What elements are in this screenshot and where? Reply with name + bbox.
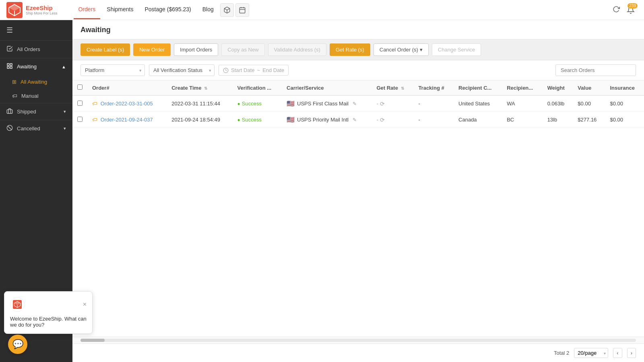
hamburger-icon[interactable]: ☰ — [0, 20, 72, 41]
verification-filter-wrap: All Verification Status — [149, 64, 215, 76]
verification-filter[interactable]: All Verification Status — [149, 64, 215, 76]
usps-icon: 🇺🇸 — [287, 116, 295, 123]
row-checkbox-0[interactable] — [77, 101, 83, 106]
sidebar-all-awaiting[interactable]: ⊞ All Awaiting — [0, 75, 72, 89]
create-label-button[interactable]: Create Label (s) — [80, 43, 130, 56]
main-layout: ☰ All Orders Awaiting ▲ ⊞ All Awaiting — [0, 20, 644, 362]
chat-widget: × Welcome to EzeeShip. What can we do fo… — [4, 291, 93, 334]
logo-icon — [6, 2, 23, 18]
chat-widget-header: × — [10, 297, 87, 312]
row-value: $0.00 — [573, 95, 605, 112]
sidebar-cancelled-header[interactable]: Cancelled ▾ — [0, 120, 72, 137]
table-row: 🏷 Order-2022-03-31-005 2022-03-31 11:15:… — [72, 95, 644, 112]
new-order-button[interactable]: New Order — [133, 43, 171, 56]
edit-carrier-icon[interactable]: ✎ — [353, 101, 357, 107]
col-verification: Verification ... — [233, 80, 282, 95]
awaiting-icon — [6, 63, 13, 70]
sidebar-manual[interactable]: 🏷 Manual — [0, 89, 72, 103]
nav-orders[interactable]: Orders — [74, 0, 101, 19]
select-all-checkbox[interactable] — [77, 84, 83, 90]
orders-table: Order# Create Time ⇅ Verification ... Ca… — [72, 80, 644, 128]
row-create-time: 2022-03-31 11:15:44 — [167, 95, 232, 112]
cancel-order-button[interactable]: Cancel Order (s) ▾ — [374, 43, 429, 56]
chat-bubble-button[interactable]: 💬 — [8, 335, 27, 354]
per-page-select[interactable]: 20/page 10/page 50/page 100/page — [574, 348, 608, 358]
sidebar-awaiting-header[interactable]: Awaiting ▲ — [0, 58, 72, 75]
row-checkbox-cell — [72, 112, 87, 128]
awaiting-chevron-icon: ▲ — [62, 64, 66, 69]
import-orders-button[interactable]: Import Orders — [174, 43, 218, 56]
notification-button[interactable]: 239 — [624, 3, 638, 17]
svg-rect-11 — [10, 66, 12, 68]
order-link[interactable]: Order-2022-03-31-005 — [101, 101, 153, 107]
order-tag-icon: 🏷 — [92, 101, 97, 107]
sidebar-item-all-orders[interactable]: All Orders — [0, 41, 72, 58]
chat-welcome-message: Welcome to EzeeShip. What can we do for … — [10, 316, 87, 328]
scrollbar-thumb[interactable] — [80, 339, 105, 342]
row-create-time: 2021-09-24 18:54:49 — [167, 112, 232, 128]
svg-rect-13 — [7, 110, 12, 113]
nav-shipments[interactable]: Shipments — [102, 0, 138, 19]
page-title: Awaiting — [80, 26, 636, 34]
chat-bubble-icon: 💬 — [12, 339, 23, 350]
notification-badge: 239 — [627, 3, 638, 8]
search-input[interactable] — [555, 64, 636, 76]
filter-bar: Platform All Verification Status Start D… — [72, 60, 644, 80]
nav-postage[interactable]: Postage ($695.23) — [140, 0, 196, 19]
sidebar-shipped-label: Shipped — [17, 109, 36, 115]
row-tracking: - — [413, 112, 454, 128]
col-recipient-country: Recipient C... — [454, 80, 502, 95]
per-page-wrap: 20/page 10/page 50/page 100/page — [574, 348, 608, 358]
box-icon-btn[interactable] — [220, 3, 234, 17]
sidebar-section-shipped: Shipped ▾ — [0, 103, 72, 120]
rate-spinner-icon: ⟳ — [380, 117, 385, 123]
col-create-time[interactable]: Create Time ⇅ — [167, 80, 232, 95]
end-date-placeholder: End Date — [262, 67, 284, 73]
edit-carrier-icon[interactable]: ✎ — [353, 117, 357, 123]
logo-text-block: EzeeShip Ship More For Less — [26, 4, 58, 15]
row-order-id: 🏷 Order-2022-03-31-005 — [87, 95, 167, 112]
shipped-icon — [6, 108, 13, 115]
pagination-bar: Total 2 20/page 10/page 50/page 100/page… — [72, 343, 644, 362]
prev-page-button[interactable]: ‹ — [613, 348, 622, 358]
col-weight: Weight — [543, 80, 573, 95]
refresh-icon[interactable] — [613, 6, 620, 14]
nav-blog[interactable]: Blog — [198, 0, 219, 19]
col-recipient-state: Recipien... — [502, 80, 543, 95]
svg-rect-10 — [10, 64, 12, 66]
sidebar-section-awaiting: Awaiting ▲ ⊞ All Awaiting 🏷 Manual — [0, 58, 72, 103]
next-page-button[interactable]: › — [627, 348, 636, 358]
row-checkbox-1[interactable] — [77, 117, 83, 122]
row-recipient-state: WA — [502, 95, 543, 112]
sidebar-awaiting-label: Awaiting — [17, 64, 37, 70]
horizontal-scrollbar[interactable] — [72, 337, 644, 343]
cancelled-icon — [6, 125, 13, 132]
change-service-button[interactable]: Change Service — [432, 43, 481, 56]
rate-dash: - — [376, 101, 378, 107]
date-separator: ~ — [257, 67, 260, 73]
svg-rect-5 — [239, 8, 245, 13]
chat-close-button[interactable]: × — [83, 301, 87, 308]
order-link[interactable]: Order-2021-09-24-037 — [101, 117, 153, 123]
col-get-rate[interactable]: Get Rate ⇅ — [372, 80, 413, 95]
row-verification: ● Success — [233, 112, 282, 128]
usps-icon: 🇺🇸 — [287, 100, 295, 107]
tag-icon-sidebar: 🏷 — [12, 93, 17, 99]
verification-status-label: Success — [242, 117, 262, 123]
copy-as-new-button[interactable]: Copy as New — [221, 43, 264, 56]
date-range-input[interactable]: Start Date ~ End Date — [219, 65, 289, 76]
content-area: Awaiting Create Label (s) New Order Impo… — [72, 20, 644, 362]
calendar-icon-btn[interactable] — [235, 3, 249, 17]
validate-address-button[interactable]: Validate Address (s) — [268, 43, 326, 56]
platform-filter[interactable]: Platform — [80, 64, 145, 76]
svg-line-15 — [8, 126, 11, 130]
row-checkbox-cell — [72, 95, 87, 112]
sidebar-cancelled-label: Cancelled — [17, 125, 40, 132]
top-nav: EzeeShip Ship More For Less Orders Shipm… — [0, 0, 644, 20]
sidebar-shipped-header[interactable]: Shipped ▾ — [0, 103, 72, 120]
sidebar-all-awaiting-label: All Awaiting — [21, 79, 47, 85]
verification-success-icon: ● — [237, 117, 240, 123]
rate-spinner-icon: ⟳ — [380, 101, 385, 107]
get-rate-button[interactable]: Get Rate (s) — [330, 43, 370, 56]
create-time-sort-icon: ⇅ — [204, 86, 207, 90]
